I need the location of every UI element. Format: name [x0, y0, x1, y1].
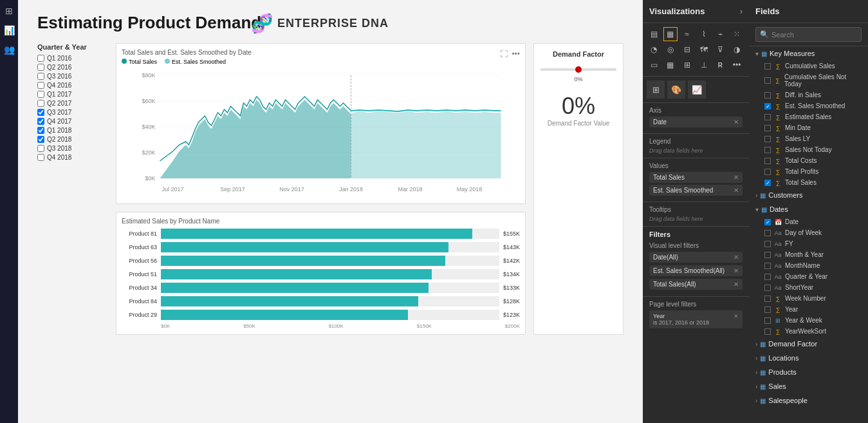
viz-value-total-sales-remove[interactable]: ✕ — [734, 174, 739, 181]
field-item[interactable]: Aa MonthName — [749, 260, 868, 271]
viz-icon-card[interactable]: ▭ — [647, 58, 661, 72]
field-item[interactable]: ✓ ∑ Total Sales — [749, 177, 868, 188]
field-checkbox[interactable] — [764, 77, 771, 84]
field-checkbox[interactable] — [764, 136, 771, 142]
viz-icon-waterfall[interactable]: ⊥ — [697, 58, 711, 72]
field-item[interactable]: ∑ Sales Not Today — [749, 144, 868, 155]
viz-icon-stacked-bar[interactable]: ▤ — [647, 27, 661, 41]
field-item[interactable]: ∑ Cumulative Sales — [749, 61, 868, 71]
field-item[interactable]: ✓ 📅 Date — [749, 216, 868, 227]
field-checkbox[interactable] — [764, 306, 771, 313]
field-item[interactable]: Aa FY — [749, 238, 868, 249]
field-item[interactable]: ∑ YearWeekSort — [749, 326, 868, 337]
sidebar-icon-home[interactable]: ⊞ — [3, 5, 15, 17]
filter-item[interactable]: Q4 2016 — [37, 82, 108, 89]
viz-icon-gauge[interactable]: ◑ — [730, 42, 744, 57]
field-checkbox[interactable] — [764, 263, 771, 269]
chart-expand-icon[interactable]: ⛶ — [500, 50, 508, 59]
fields-group-header[interactable]: › ▦ Locations — [749, 351, 868, 365]
fields-group-header[interactable]: › ▦ Demand Factor — [749, 337, 868, 351]
viz-tool-analytics[interactable]: 📈 — [688, 80, 706, 99]
viz-value-total-sales[interactable]: Total Sales ✕ — [649, 172, 743, 183]
fields-group-header[interactable]: › ▦ Customers — [749, 188, 868, 202]
field-item[interactable]: ∑ Estimated Sales — [749, 111, 868, 122]
sidebar-icon-people[interactable]: 👥 — [3, 44, 15, 55]
field-checkbox[interactable] — [764, 274, 771, 280]
field-checkbox[interactable] — [764, 230, 771, 236]
fields-group-header[interactable]: ▾ ▦ Dates — [749, 202, 868, 216]
demand-slider[interactable] — [540, 68, 616, 71]
fields-group-header[interactable]: ▾ ▦ Key Measures — [749, 46, 868, 61]
filter-item[interactable]: Q2 2016 — [37, 64, 108, 71]
field-item[interactable]: ∑ Week Number — [749, 293, 868, 304]
viz-icon-more[interactable]: ••• — [730, 58, 744, 72]
field-item[interactable]: ∑ Year — [749, 304, 868, 315]
filter-chip[interactable]: Total Sales(All)✕ — [649, 279, 743, 290]
field-checkbox[interactable]: ✓ — [764, 103, 771, 109]
filter-item[interactable]: Q4 2018 — [37, 154, 108, 161]
fields-group-header[interactable]: › ▦ Sales — [749, 379, 868, 393]
viz-icon-scatter[interactable]: ⁙ — [730, 27, 744, 41]
filter-chip[interactable]: Est. Sales Smoothed(All)✕ — [649, 265, 743, 276]
page-filter-year-remove[interactable]: ✕ — [734, 313, 739, 319]
field-checkbox[interactable] — [764, 169, 771, 175]
field-checkbox[interactable] — [764, 147, 771, 153]
sidebar-icon-bar[interactable]: 📊 — [3, 24, 15, 36]
filter-chip-remove[interactable]: ✕ — [734, 281, 739, 288]
field-item[interactable]: Aa ShortYear — [749, 282, 868, 293]
viz-icon-matrix[interactable]: ⊞ — [680, 58, 694, 72]
viz-icon-treemap[interactable]: ⊟ — [680, 42, 694, 57]
field-checkbox[interactable] — [764, 241, 771, 247]
field-checkbox[interactable] — [764, 92, 771, 99]
field-checkbox[interactable] — [764, 125, 771, 131]
field-item[interactable]: Aa Month & Year — [749, 249, 868, 260]
page-filter-year[interactable]: Year ✕ is 2017, 2016 or 2018 — [649, 310, 743, 328]
field-checkbox[interactable]: ✓ — [764, 219, 771, 225]
field-item[interactable]: ∑ Diff. in Sales — [749, 89, 868, 100]
field-checkbox[interactable] — [764, 114, 771, 120]
filter-item[interactable]: Q1 2017 — [37, 91, 108, 98]
field-item[interactable]: ✓ ∑ Est. Sales Smoothed — [749, 100, 868, 111]
viz-value-est-smoothed[interactable]: Est. Sales Smoothed ✕ — [649, 185, 743, 196]
fields-search-box[interactable]: 🔍 Search — [755, 27, 862, 42]
field-item[interactable]: ∑ Total Profits — [749, 166, 868, 177]
field-checkbox[interactable]: ✓ — [764, 180, 771, 186]
viz-icon-line[interactable]: ≈ — [680, 27, 694, 41]
fields-group-header[interactable]: › ▦ Products — [749, 365, 868, 379]
viz-icon-bar[interactable]: ▦ — [663, 27, 678, 41]
field-checkbox[interactable] — [764, 328, 771, 335]
field-checkbox[interactable] — [764, 317, 771, 324]
viz-icon-ribbon[interactable]: ⌁ — [713, 27, 727, 41]
filter-item[interactable]: Q3 2017 — [37, 109, 108, 116]
chart-more-icon[interactable]: ••• — [512, 50, 520, 59]
viz-icon-r[interactable]: R — [713, 58, 727, 72]
field-item[interactable]: ∑ Cumulative Sales Not Today — [749, 71, 868, 89]
field-checkbox[interactable] — [764, 158, 771, 164]
viz-tool-format[interactable]: 🎨 — [667, 80, 685, 99]
demand-slider-thumb[interactable] — [575, 66, 582, 73]
viz-icon-funnel[interactable]: ⊽ — [713, 42, 727, 57]
filter-item[interactable]: Q3 2018 — [37, 145, 108, 152]
field-checkbox[interactable] — [764, 285, 771, 291]
viz-tool-fields[interactable]: ⊞ — [647, 80, 665, 99]
filter-item[interactable]: Q2 2017 — [37, 100, 108, 107]
field-item[interactable]: Aa Quarter & Year — [749, 271, 868, 282]
filter-chip-remove[interactable]: ✕ — [734, 267, 739, 274]
fields-group-header[interactable]: › ▦ Salespeople — [749, 393, 868, 408]
field-item[interactable]: ∑ Sales LY — [749, 133, 868, 144]
viz-axis-field[interactable]: Date ✕ — [649, 117, 743, 127]
viz-icon-pie[interactable]: ◔ — [647, 42, 661, 57]
field-item[interactable]: Aa Day of Week — [749, 227, 868, 238]
filter-item[interactable]: Q4 2017 — [37, 118, 108, 125]
filter-item[interactable]: Q3 2016 — [37, 73, 108, 80]
field-checkbox[interactable] — [764, 63, 771, 70]
field-item[interactable]: ∑ Total Costs — [749, 155, 868, 166]
viz-expand-icon[interactable]: › — [740, 6, 743, 16]
viz-axis-remove[interactable]: ✕ — [734, 118, 739, 126]
filter-chip[interactable]: Date(All)✕ — [649, 252, 743, 263]
filter-item[interactable]: Q1 2018 — [37, 127, 108, 134]
filter-chip-remove[interactable]: ✕ — [734, 254, 739, 261]
field-item[interactable]: ⊞ Year & Week — [749, 315, 868, 326]
field-checkbox[interactable] — [764, 296, 771, 302]
viz-value-est-smoothed-remove[interactable]: ✕ — [734, 187, 739, 194]
